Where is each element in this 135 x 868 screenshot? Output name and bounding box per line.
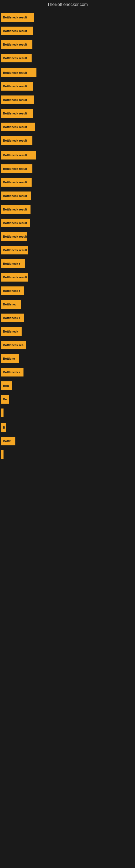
bar-item: Bottleneck result <box>1 246 28 254</box>
bar-item: Bottleneck res <box>1 341 26 349</box>
bar-item: Bottleneck result <box>1 109 33 118</box>
bar-label: Bottleneck result <box>3 71 27 74</box>
chart-area: Bottleneck resultBottleneck resultBottle… <box>0 8 135 865</box>
bar-item: Bottlenec <box>1 300 21 309</box>
bar-label: Bottleneck r <box>3 289 20 292</box>
bar-item: Bottleneck r <box>1 368 24 376</box>
bar-item: Bottleneck result <box>1 40 32 49</box>
site-title: TheBottlenecker.com <box>0 0 135 8</box>
bar-label: Bottleneck result <box>3 16 27 19</box>
bar-item: Bottleneck result <box>1 219 30 227</box>
bar-label: Bottleneck r <box>3 262 20 265</box>
bar-item: Bottleneck result <box>1 273 28 282</box>
bar-item: Bottleneck result <box>1 136 32 145</box>
bar-label: Bottlenec <box>3 303 16 306</box>
bar-item: Bottleneck result <box>1 95 34 104</box>
bar-item: Bottleneck result <box>1 27 33 35</box>
bar-label: Bott <box>3 384 9 388</box>
bar-item: Bottleneck <box>1 327 21 336</box>
bar-label: Bottlene <box>3 357 15 360</box>
bar-label: Bottleneck result <box>3 125 27 129</box>
bar-item: Bottleneck result <box>1 68 37 77</box>
bar-label: Bo <box>3 398 7 401</box>
bar-item: Bottleneck result <box>1 191 31 200</box>
bar-item: B <box>1 423 6 432</box>
bar-label: Bottleneck result <box>3 181 27 184</box>
bar-item <box>1 450 3 459</box>
bar-label: Bottleneck result <box>3 98 27 101</box>
bar-label: Bottleneck result <box>3 43 27 46</box>
bar-label: Bottleneck result <box>3 85 27 88</box>
bar-label: Bottleneck result <box>3 154 27 157</box>
bar-item: Bottle <box>1 437 15 445</box>
bar-item: Bottleneck r <box>1 286 24 295</box>
bar-item: Bo <box>1 395 9 404</box>
bar-item: Bottleneck result <box>1 205 31 214</box>
bar-label: Bottleneck result <box>3 248 27 252</box>
bar-item: Bottleneck result <box>1 123 35 131</box>
bar-label: Bottleneck result <box>3 112 27 115</box>
bar-item: Bottleneck result <box>1 232 27 241</box>
bar-item: Bottleneck result <box>1 13 34 22</box>
bar-item: Bottleneck result <box>1 54 32 62</box>
bar-label: Bottleneck r <box>3 371 20 374</box>
bar-label: B <box>3 426 5 429</box>
bar-label: Bottleneck <box>3 330 18 333</box>
bar-item: Bottleneck result <box>1 178 32 187</box>
bar-item: Bottleneck result <box>1 151 36 159</box>
bar-item: Bottleneck result <box>1 82 33 91</box>
bar-label: Bottleneck result <box>3 276 27 279</box>
bar-item: Bottleneck r <box>1 259 25 268</box>
bar-label: Bottleneck result <box>3 208 27 211</box>
bar-label: Bottleneck res <box>3 343 24 347</box>
bar-label: Bottleneck result <box>3 29 27 33</box>
bar-item <box>1 408 3 417</box>
bar-item: Bottleneck r <box>1 314 24 322</box>
bar-label: Bottleneck result <box>3 221 27 225</box>
bar-label: Bottleneck result <box>3 167 27 170</box>
bar-label: Bottleneck r <box>3 316 20 319</box>
bar-label: Bottleneck result <box>3 235 27 238</box>
bar-item: Bottleneck result <box>1 164 32 173</box>
bar-label: Bottleneck result <box>3 194 27 197</box>
bar-label: Bottleneck result <box>3 139 27 142</box>
bar-label: Bottleneck result <box>3 56 27 60</box>
bar-label: Bottle <box>3 439 11 443</box>
bar-item: Bottlene <box>1 354 19 363</box>
bar-item: Bott <box>1 381 12 390</box>
